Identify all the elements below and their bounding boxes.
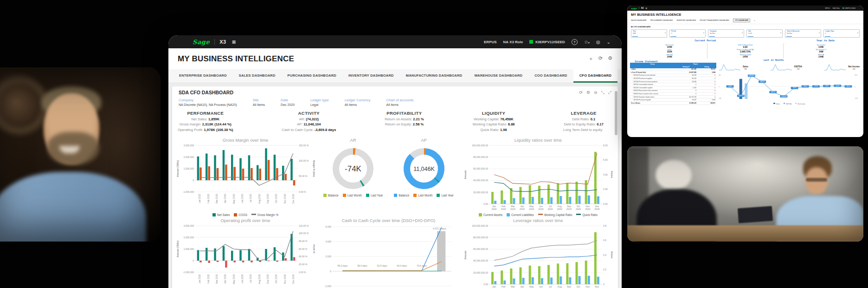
svg-text:Jan 2020: Jan 2020 xyxy=(198,194,201,203)
svg-text:Mar2020: Mar2020 xyxy=(510,205,515,210)
kpi-column-profitability: PROFITABILITYReturn on Assets:2.21 %Retu… xyxy=(385,111,424,132)
mini-chevron-icon[interactable]: ⌄ xyxy=(858,7,860,9)
collapse-chevron-icon[interactable]: ⌄ xyxy=(607,39,611,45)
income-statement-header: Income Statement xyxy=(635,60,658,63)
favorites-star-icon[interactable]: ☆▾ xyxy=(584,39,590,45)
filter-ledger-type[interactable]: Ledger typeLegal xyxy=(310,98,329,106)
filter-site[interactable]: SiteAll items xyxy=(253,98,265,106)
help-icon[interactable]: ? xyxy=(572,39,578,45)
svg-text:Feb2020: Feb2020 xyxy=(501,205,506,210)
income-row[interactable]: ▾ Cost Of Goods Sold-25,927,8953,094 xyxy=(630,71,716,74)
income-row[interactable]: › 602200 Consumable supplies-2,4200 xyxy=(630,86,716,90)
mini-filter-site[interactable]: Site1 of 5▾ xyxy=(746,29,783,38)
mini-topbar-item[interactable]: X3ERPV12/SEED xyxy=(842,7,855,9)
tab-cfo-dashboard[interactable]: CFO DASHBOARD xyxy=(573,69,617,83)
mini-spark-ebitda: EBITDA5M xyxy=(771,64,802,72)
refresh-icon[interactable]: ⟳ xyxy=(598,55,603,62)
svg-text:20,000,000.00: 20,000,000.00 xyxy=(473,271,488,274)
income-row[interactable]: › 603100 Raw material stock variations00 xyxy=(630,89,716,92)
mini-filter-year[interactable]: Year2021▾ xyxy=(631,29,667,38)
mini-filter-period[interactable]: Period1▾ xyxy=(669,29,706,38)
svg-text:0.00: 0.00 xyxy=(603,203,608,205)
svg-text:100.00 %: 100.00 % xyxy=(299,232,309,235)
mini-tab-sales-dashboard[interactable]: SALES DASHBOARD xyxy=(631,20,647,21)
scrollbar-thumb[interactable] xyxy=(615,91,617,135)
svg-text:0.2: 0.2 xyxy=(603,268,606,271)
role-label[interactable]: NA X3 Role xyxy=(503,40,523,44)
tab-enterprise-dashboard[interactable]: ENTERPRISE DASHBOARD xyxy=(173,69,233,83)
compass-navigation-icon[interactable]: ◎ xyxy=(596,39,600,45)
refresh-icon[interactable]: ⟳ xyxy=(579,90,583,95)
income-row[interactable]: › 603200 Stock variations other consum.0… xyxy=(630,92,716,96)
svg-text:Feb 2020: Feb 2020 xyxy=(207,274,210,284)
expand-icon[interactable]: ⤢ xyxy=(608,90,611,95)
legend-item: Last Month xyxy=(343,194,362,197)
income-row[interactable]: › 601300 Purchase of various products-23… xyxy=(630,80,716,83)
add-widget-icon[interactable]: ＋ xyxy=(588,55,593,62)
calendar-grid-icon[interactable]: ▦ xyxy=(232,39,236,44)
remove-icon[interactable]: ⊖ xyxy=(594,90,598,95)
tab-purchasing-dashboard[interactable]: PURCHASING DASHBOARD xyxy=(282,69,342,83)
kpi-header: ACTIVITY xyxy=(282,111,336,116)
filter-value: NA Discrete (NA10), NA Process (NA20) xyxy=(179,103,237,106)
mini-tab--[interactable]: + xyxy=(754,20,755,21)
tab-warehouse-dashboard[interactable]: WAREHOUSE DASHBOARD xyxy=(468,69,528,83)
kpi-item: Debt to Equity Ratio:0.17 xyxy=(563,122,604,127)
mini-tab-cfo-dashboard[interactable]: CFO DASHBOARD xyxy=(733,19,751,22)
svg-text:Amount: Amount xyxy=(464,170,467,179)
svg-text:Amount ('000s): Amount ('000s) xyxy=(176,240,179,257)
mini-grid-icon[interactable]: ▦ xyxy=(645,7,647,9)
mini-filter-label: Company xyxy=(710,30,742,32)
mini-filter-value: 1 xyxy=(671,33,704,34)
tab-manufacturing-dashboard[interactable]: MANUFACTURING DASHBOARD xyxy=(400,69,469,83)
svg-text:-80.2%: -80.2% xyxy=(836,85,840,86)
income-row[interactable]: Gross Margin25,948,243148,801 xyxy=(630,102,716,105)
topbar-divider xyxy=(214,39,215,45)
mini-filter-ledger-type[interactable]: Ledger TypeL▾ xyxy=(823,29,860,38)
settings-gear-icon[interactable]: ⚙ xyxy=(608,55,612,62)
mini-topbar-item[interactable]: NA X3 Role xyxy=(833,7,840,9)
svg-text:Jul2020: Jul2020 xyxy=(547,205,553,210)
legend-item: Balance xyxy=(323,194,339,197)
svg-text:Mar 2020: Mar 2020 xyxy=(215,274,218,284)
income-row[interactable]: › 607000 Purchase of goods-59,4373,094 xyxy=(630,98,716,102)
svg-text:Dec 2020: Dec 2020 xyxy=(292,194,295,204)
tab-inventory-dashboard[interactable]: INVENTORY DASHBOARD xyxy=(342,69,400,83)
svg-text:Margin % (line): Margin % (line) xyxy=(313,160,315,177)
svg-text:64.4 days: 64.4 days xyxy=(397,264,407,267)
filter-date[interactable]: DateDec 2020 xyxy=(281,98,295,106)
filter-ledger-currency[interactable]: Ledger CurrencyAll items xyxy=(345,98,371,106)
svg-text:Nov 2020: Nov 2020 xyxy=(283,194,286,204)
filter-label: Company xyxy=(179,98,237,102)
environment-label[interactable]: ERPUS xyxy=(484,40,497,44)
filter-chart-of-accounts[interactable]: Chart of accountsAll items xyxy=(386,98,414,106)
income-row[interactable]: › 603700 Variations Goods stocks-30,773,… xyxy=(630,95,716,98)
mini-filter-value: 1 of 5 xyxy=(748,33,781,34)
income-row[interactable]: › 601200 Purchase of supplies-60,5000 xyxy=(630,77,716,80)
endpoint-label[interactable]: X3ERPV12/SEED xyxy=(529,40,565,44)
mini-kpi-grid: Net Income144KSales152KEBITDA144KDebt To… xyxy=(627,43,863,59)
legend-item: Last Month xyxy=(413,194,432,197)
mini-topbar-item[interactable]: ERPUS xyxy=(825,7,829,9)
income-row[interactable]: › 602100 Consumable materials00 xyxy=(630,83,716,86)
mini-bi-window: sage X3 ▦ ERPUSNA X3 RoleX3ERPV12/SEED⌄ … xyxy=(627,6,863,137)
svg-text:Sep2020: Sep2020 xyxy=(566,205,572,210)
svg-text:0: 0 xyxy=(855,86,855,88)
svg-text:Feb2020: Feb2020 xyxy=(501,285,506,288)
mini-tab-project-management-dashboard[interactable]: PROJECT MANAGEMENT DASHBOARD xyxy=(700,20,729,21)
filter-company[interactable]: CompanyNA Discrete (NA10), NA Process (N… xyxy=(179,98,237,106)
svg-text:2.00: 2.00 xyxy=(603,188,608,190)
mini-tab-procurement-dashboard[interactable]: PROCUREMENT DASHBOARD xyxy=(650,20,673,21)
app-topbar: Sage X3 ▦ ERPUS NA X3 Role X3ERPV12/SEED… xyxy=(168,35,622,48)
income-row[interactable]: › 601100 Purchase of raw materials-56,23… xyxy=(630,74,716,77)
mini-filter-company[interactable]: CompanyNo Filter▾ xyxy=(708,29,744,38)
tab--[interactable]: + xyxy=(617,69,622,83)
chevron-down-icon: ▾ xyxy=(780,32,781,34)
mini-filter-chart-of-accounts[interactable]: Chart of AccountsNo Filter▾ xyxy=(785,29,821,38)
collapse-icon[interactable]: ⤡ xyxy=(601,90,604,95)
settings-gear-icon[interactable]: ⚙ xyxy=(586,90,590,95)
tab-coo-dashboard[interactable]: COO DASHBOARD xyxy=(528,69,573,83)
mini-tab-inventory-dashboard[interactable]: INVENTORY DASHBOARD xyxy=(676,20,696,21)
svg-text:Oct 2020: Oct 2020 xyxy=(275,194,277,203)
tab-sales-dashboard[interactable]: SALES DASHBOARD xyxy=(233,69,282,83)
